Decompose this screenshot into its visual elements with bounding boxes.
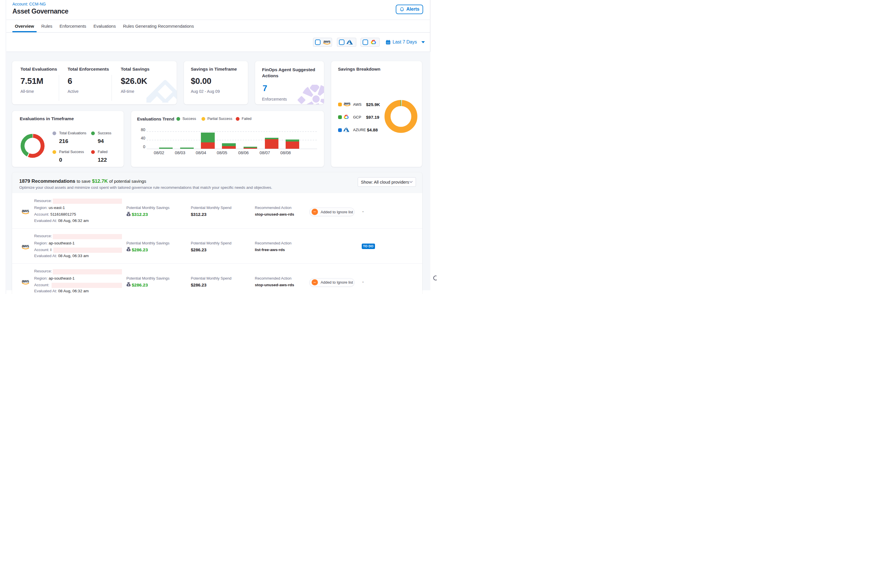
svg-text:aws: aws (22, 279, 29, 284)
svg-text:aws: aws (323, 39, 330, 44)
svg-text:$: $ (128, 249, 129, 251)
svg-text:aws: aws (344, 101, 350, 105)
svg-text:aws: aws (22, 244, 29, 248)
svg-text:$: $ (128, 213, 129, 216)
svg-text:aws: aws (22, 208, 29, 213)
svg-text:$: $ (128, 284, 129, 286)
